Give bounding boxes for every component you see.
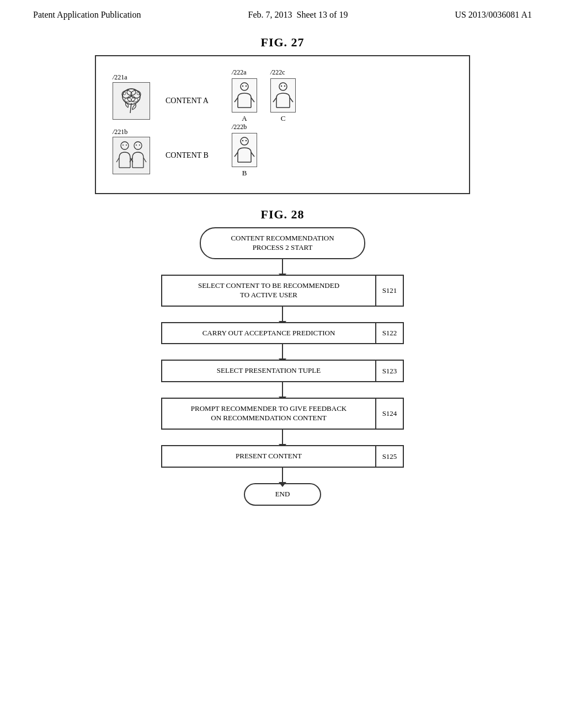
arrow-4 (282, 430, 283, 445)
fc-start: CONTENT RECOMMENDATION PROCESS 2 START (200, 227, 365, 259)
fc-rect-s125: PRESENT CONTENT (161, 445, 376, 468)
person-c-svg (272, 81, 294, 110)
svg-point-33 (139, 144, 140, 146)
user-b-icon (232, 133, 257, 167)
user-c-letter: C (281, 114, 286, 123)
fig28-diagram: CONTENT RECOMMENDATION PROCESS 2 START S… (95, 227, 470, 506)
rose-icon (115, 84, 148, 117)
ref-222a: /222a (232, 68, 247, 77)
arrow-3 (282, 382, 283, 398)
fc-label-s123: S123 (376, 360, 404, 382)
svg-point-26 (134, 142, 142, 149)
fig27-diagram: /221a (95, 55, 470, 194)
fc-step-s124: PROMPT RECOMMENDER TO GIVE FEEDBACK ON R… (161, 398, 404, 430)
content-b-thumb (113, 137, 150, 174)
svg-point-12 (246, 85, 247, 87)
person-b-svg (233, 136, 255, 164)
ref-221a: /221a (113, 73, 127, 82)
fc-rect-s124: PROMPT RECOMMENDER TO GIVE FEEDBACK ON R… (161, 398, 376, 430)
arrow-2 (282, 344, 283, 360)
content-a-label: CONTENT A (166, 97, 215, 105)
svg-point-17 (281, 85, 282, 87)
fc-rect-s122: CARRY OUT ACCEPTANCE PREDICTION (161, 322, 376, 345)
user-c-icon (270, 78, 296, 113)
user-a-letter: A (242, 114, 247, 123)
svg-point-31 (126, 144, 127, 146)
user-a-icon (232, 78, 257, 113)
svg-line-20 (273, 98, 276, 102)
fc-label-s124: S124 (376, 398, 404, 430)
svg-point-22 (121, 142, 129, 149)
svg-line-38 (234, 152, 238, 157)
fc-step-s122: CARRY OUT ACCEPTANCE PREDICTION S122 (161, 322, 404, 345)
fc-step-s125: PRESENT CONTENT S125 (161, 445, 404, 468)
header-center: Feb. 7, 2013 Sheet 13 of 19 (248, 10, 348, 20)
arrow-0 (282, 259, 283, 275)
svg-point-36 (246, 140, 247, 141)
ref-221b: /221b (113, 128, 127, 136)
fc-label-s121: S121 (376, 275, 404, 307)
couple-icon (115, 139, 148, 172)
svg-point-16 (279, 83, 287, 90)
svg-point-34 (241, 137, 248, 145)
svg-line-21 (290, 98, 293, 102)
ref-222b: /222b (232, 123, 247, 131)
content-b-label: CONTENT B (166, 151, 215, 160)
header-right: US 2013/0036081 A1 (455, 10, 532, 20)
fc-step-s121: SELECT CONTENT TO BE RECOMMENDED TO ACTI… (161, 275, 404, 307)
fig27-title: FIG. 27 (0, 35, 565, 50)
svg-point-11 (242, 85, 243, 87)
fc-rect-s123: SELECT PRESENTATION TUPLE (161, 360, 376, 382)
fig28-title: FIG. 28 (0, 207, 565, 222)
svg-line-7 (130, 103, 131, 113)
svg-point-32 (136, 144, 137, 146)
fc-rect-s121: SELECT CONTENT TO BE RECOMMENDED TO ACTI… (161, 275, 376, 307)
fc-step-s123: SELECT PRESENTATION TUPLE S123 (161, 360, 404, 382)
svg-line-15 (251, 98, 254, 102)
flowchart: CONTENT RECOMMENDATION PROCESS 2 START S… (95, 227, 470, 506)
fc-label-s122: S122 (376, 322, 404, 345)
user-b-letter: B (242, 169, 247, 178)
person-a-svg (233, 81, 255, 110)
svg-point-10 (241, 83, 248, 90)
svg-point-35 (242, 140, 243, 141)
users-a-c-area: /222a (232, 78, 296, 123)
header-left: Patent Application Publication (33, 10, 141, 20)
content-a-thumb (113, 82, 150, 120)
arrow-5 (282, 468, 283, 483)
svg-point-18 (284, 85, 285, 87)
svg-line-24 (116, 158, 119, 162)
page-header: Patent Application Publication Feb. 7, 2… (0, 0, 565, 25)
ref-222c: /222c (270, 68, 285, 77)
svg-line-14 (234, 98, 238, 102)
arrow-1 (282, 307, 283, 322)
fc-label-s125: S125 (376, 445, 404, 468)
svg-point-30 (122, 144, 124, 146)
svg-line-39 (251, 152, 254, 157)
svg-line-29 (143, 158, 146, 162)
